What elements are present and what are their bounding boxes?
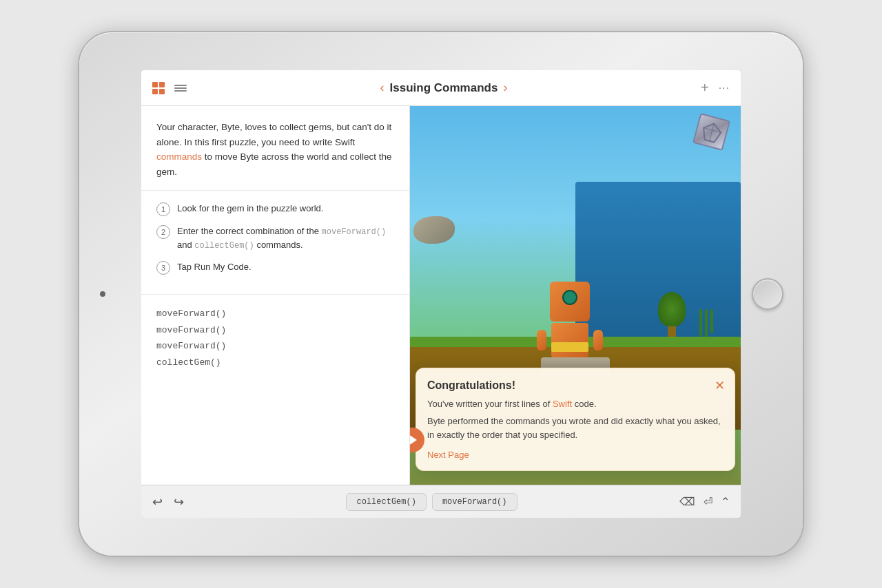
rock-1 (413, 216, 455, 244)
step-3-text: Tap Run My Code. (177, 260, 252, 274)
step-2-number: 2 (156, 225, 170, 239)
character-byte (542, 282, 597, 378)
page-title: Issuing Commands (390, 81, 498, 95)
code-line-4: collectGem() (156, 355, 394, 370)
toolbar-icons-left (152, 82, 187, 94)
code-buttons: collectGem() moveForward() (192, 493, 671, 511)
camera-dot (100, 291, 105, 297)
play-button[interactable] (410, 428, 424, 452)
step-2-code1: moveForward() (322, 227, 387, 237)
left-panel: Your character, Byte, loves to collect g… (141, 106, 410, 485)
swift-highlight: Swift (553, 399, 572, 409)
nav-section: ‹ Issuing Commands › (195, 81, 693, 95)
backspace-button[interactable]: ⌫ (679, 495, 695, 508)
plant-3 (710, 309, 713, 333)
char-belt (551, 342, 588, 352)
collect-gem-button[interactable]: collectGem() (346, 493, 426, 511)
char-arm-right (593, 330, 603, 350)
congrats-popup: ✕ Congratulations! You've written your f… (416, 368, 735, 472)
step-2-text: Enter the correct combination of the mov… (177, 224, 394, 252)
list-icon[interactable] (174, 82, 187, 94)
main-content: Your character, Byte, loves to collect g… (141, 106, 741, 485)
step-3: 3 Tap Run My Code. (156, 260, 394, 275)
char-head (550, 282, 590, 322)
steps-area: 1 Look for the gem in the puzzle world. … (141, 191, 409, 295)
undo-button[interactable]: ↩ (152, 494, 163, 510)
play-triangle-icon (410, 434, 417, 445)
app-toolbar: ‹ Issuing Commands › + ··· (141, 70, 741, 106)
more-options-icon[interactable]: ··· (719, 82, 730, 94)
redo-button[interactable]: ↪ (174, 494, 184, 510)
next-arrow[interactable]: › (503, 81, 507, 95)
char-eye (562, 290, 577, 305)
add-icon[interactable]: + (701, 80, 709, 96)
step-2: 2 Enter the correct combination of the m… (156, 224, 394, 252)
return-button[interactable]: ⏎ (704, 495, 712, 508)
commands-highlight: commands (156, 151, 202, 162)
step-2-code2: collectGem() (194, 241, 254, 251)
bottom-left-icons: ↩ ↪ (152, 494, 184, 510)
instructions-area: Your character, Byte, loves to collect g… (141, 106, 409, 191)
game-panel: ✕ Congratulations! You've written your f… (410, 106, 741, 485)
instructions-text: Your character, Byte, loves to collect g… (156, 120, 394, 179)
keyboard-dismiss-button[interactable]: ⌃ (721, 495, 730, 508)
next-page-link[interactable]: Next Page (427, 450, 469, 460)
toolbar-icons-right: + ··· (701, 80, 730, 96)
step-1-text: Look for the gem in the puzzle world. (177, 202, 323, 216)
tree-top (658, 292, 686, 326)
congrats-text-2: Byte performed the commands you wrote an… (427, 414, 724, 441)
plant-1 (699, 309, 702, 337)
keyboard-icons: ⌫ ⏎ ⌃ (679, 495, 730, 508)
code-line-2: moveForward() (156, 322, 394, 338)
svg-line-1 (709, 123, 714, 140)
move-forward-button[interactable]: moveForward() (432, 493, 517, 511)
congrats-title: Congratulations! (427, 379, 724, 392)
congrats-text-1: You've written your first lines of Swift… (427, 397, 724, 411)
ipad-screen: ‹ Issuing Commands › + ··· Your characte… (141, 70, 741, 518)
code-area[interactable]: moveForward() moveForward() moveForward(… (141, 295, 409, 485)
ipad-frame: ‹ Issuing Commands › + ··· Your characte… (79, 32, 803, 556)
code-line-3: moveForward() (156, 338, 394, 354)
step-1: 1 Look for the gem in the puzzle world. (156, 202, 394, 216)
bottom-toolbar: ↩ ↪ collectGem() moveForward() ⌫ ⏎ ⌃ (141, 485, 741, 518)
step-3-number: 3 (156, 261, 170, 275)
close-button[interactable]: ✕ (715, 378, 725, 393)
char-body (551, 323, 588, 357)
step-1-number: 1 (156, 202, 170, 216)
home-button[interactable] (752, 278, 783, 310)
char-arm-left (537, 330, 546, 350)
prev-arrow[interactable]: ‹ (380, 81, 384, 95)
code-line-1: moveForward() (156, 306, 394, 322)
gem-symbol (699, 119, 724, 145)
grid-icon[interactable] (152, 82, 165, 94)
